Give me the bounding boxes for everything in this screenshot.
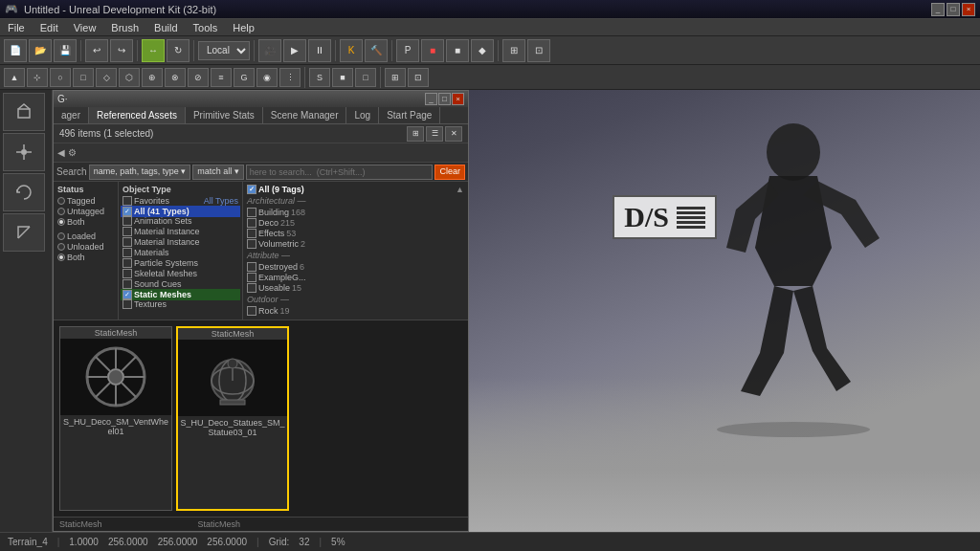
save-button[interactable]: 💾 xyxy=(54,39,77,62)
sec1[interactable]: ▲ xyxy=(4,68,25,87)
translate-button[interactable]: ↔ xyxy=(142,39,165,62)
both-tagged-radio[interactable] xyxy=(57,218,65,226)
rock-tag-checkbox[interactable] xyxy=(247,306,256,316)
sec11[interactable]: G xyxy=(234,68,255,87)
sec16[interactable]: □ xyxy=(355,68,376,87)
tab-primitive-stats[interactable]: Primitive Stats xyxy=(186,107,263,123)
menu-edit[interactable]: Edit xyxy=(36,22,62,33)
loaded-radio[interactable] xyxy=(57,232,65,240)
sidebar-icon-1[interactable] xyxy=(3,93,45,131)
sec17[interactable]: ⊞ xyxy=(385,68,406,87)
sec7[interactable]: ⊕ xyxy=(142,68,163,87)
menu-brush[interactable]: Brush xyxy=(107,22,143,33)
panel-max-btn[interactable]: □ xyxy=(438,93,451,105)
material-instance-checkbox1[interactable] xyxy=(122,227,132,236)
menu-tools[interactable]: Tools xyxy=(189,22,222,33)
useable-tag-checkbox[interactable] xyxy=(247,283,256,293)
menu-help[interactable]: Help xyxy=(229,22,258,33)
rotate-button[interactable]: ↻ xyxy=(167,39,189,62)
sec12[interactable]: ◉ xyxy=(256,68,278,87)
tags-scroll-up[interactable]: ▲ xyxy=(456,185,464,194)
sec9[interactable]: ⊘ xyxy=(188,68,209,87)
menu-build[interactable]: Build xyxy=(150,22,181,33)
close-filter-btn[interactable]: ✕ xyxy=(445,126,462,142)
view-list-btn[interactable]: ☰ xyxy=(426,126,443,142)
sec6[interactable]: ⬡ xyxy=(119,68,140,87)
asset-card-1[interactable]: StaticMesh xyxy=(59,326,172,511)
tab-referenced-assets[interactable]: Referenced Assets xyxy=(89,107,186,123)
tab-scene-manager[interactable]: Scene Manager xyxy=(263,107,347,123)
skeletal-meshes-checkbox[interactable] xyxy=(122,269,132,278)
gear-icon[interactable]: ⚙ xyxy=(68,147,77,158)
all-tags-checkbox[interactable] xyxy=(247,185,256,194)
sec14[interactable]: S xyxy=(309,68,330,87)
menu-view[interactable]: View xyxy=(70,22,100,33)
volumetric-tag-checkbox[interactable] xyxy=(247,239,256,249)
new-button[interactable]: 📄 xyxy=(4,39,27,62)
tab-log[interactable]: Log xyxy=(346,107,379,123)
both-loaded-radio[interactable] xyxy=(57,253,65,261)
panel-min-btn[interactable]: _ xyxy=(425,93,437,105)
panel-close-btn[interactable]: × xyxy=(452,93,464,105)
build1-button[interactable]: K xyxy=(340,39,363,62)
close-button[interactable]: × xyxy=(962,3,975,16)
favorites-checkbox[interactable] xyxy=(122,196,132,206)
animation-sets-checkbox[interactable] xyxy=(122,216,132,226)
tb2[interactable]: ■ xyxy=(421,39,444,62)
material-instance-checkbox2[interactable] xyxy=(122,237,132,247)
undo-button[interactable]: ↩ xyxy=(85,39,108,62)
sec18[interactable]: ⊡ xyxy=(408,68,429,87)
sec10[interactable]: ≡ xyxy=(211,68,232,87)
search-input[interactable] xyxy=(246,165,434,180)
tab-start-page[interactable]: Start Page xyxy=(379,107,440,123)
sec5[interactable]: ◇ xyxy=(96,68,117,87)
open-button[interactable]: 📂 xyxy=(29,39,52,62)
sec2[interactable]: ⊹ xyxy=(27,68,48,87)
exampleg-tag-checkbox[interactable] xyxy=(247,273,256,282)
camera-button[interactable]: 🎥 xyxy=(258,39,281,62)
untagged-radio[interactable] xyxy=(57,208,65,215)
assets-scroll-area[interactable]: StaticMesh xyxy=(54,320,468,517)
search-type-dropdown[interactable]: name, path, tags, type ▾ xyxy=(89,165,191,180)
effects-tag-checkbox[interactable] xyxy=(247,229,256,238)
tb4[interactable]: ◆ xyxy=(471,39,494,62)
deco-tag-checkbox[interactable] xyxy=(247,218,256,228)
sec15[interactable]: ■ xyxy=(332,68,353,87)
pause-button[interactable]: ⏸ xyxy=(308,39,331,62)
build2-button[interactable]: 🔨 xyxy=(365,39,388,62)
coord-dropdown[interactable]: Local xyxy=(198,41,250,60)
tb1[interactable]: P xyxy=(396,39,419,62)
tb5[interactable]: ⊞ xyxy=(502,39,525,62)
particle-systems-checkbox[interactable] xyxy=(122,258,132,268)
sec8[interactable]: ⊗ xyxy=(165,68,186,87)
sec4[interactable]: □ xyxy=(73,68,94,87)
building-tag-checkbox[interactable] xyxy=(247,208,256,217)
sidebar-icon-2[interactable] xyxy=(3,133,45,171)
sidebar-icon-4[interactable] xyxy=(3,213,45,252)
tb3[interactable]: ■ xyxy=(446,39,469,62)
val4: 256.0000 xyxy=(207,537,247,547)
static-meshes-checkbox[interactable] xyxy=(122,290,132,299)
menu-file[interactable]: File xyxy=(4,22,29,33)
materials-checkbox[interactable] xyxy=(122,248,132,257)
redo-button[interactable]: ↪ xyxy=(110,39,133,62)
unloaded-radio[interactable] xyxy=(57,243,65,251)
destroyed-tag-checkbox[interactable] xyxy=(247,262,256,272)
play-button[interactable]: ▶ xyxy=(283,39,306,62)
asset-card-2[interactable]: StaticMesh xyxy=(176,326,289,511)
clear-search-button[interactable]: Clear xyxy=(434,165,465,180)
tab-ager[interactable]: ager xyxy=(54,107,89,123)
sound-cues-checkbox[interactable] xyxy=(122,279,132,289)
tb6[interactable]: ⊡ xyxy=(527,39,550,62)
maximize-button[interactable]: □ xyxy=(947,3,960,16)
minimize-button[interactable]: _ xyxy=(931,3,945,16)
sec13[interactable]: ⋮ xyxy=(279,68,301,87)
textures-checkbox[interactable] xyxy=(122,299,132,309)
tagged-radio[interactable] xyxy=(57,197,65,205)
collapse-btn[interactable]: ◀ xyxy=(57,147,65,158)
view-grid-btn[interactable]: ⊞ xyxy=(407,126,424,142)
sidebar-icon-3[interactable] xyxy=(3,173,45,211)
all-types-checkbox[interactable] xyxy=(122,207,132,216)
search-match-dropdown[interactable]: match all ▾ xyxy=(192,165,244,180)
sec3[interactable]: ○ xyxy=(50,68,71,87)
